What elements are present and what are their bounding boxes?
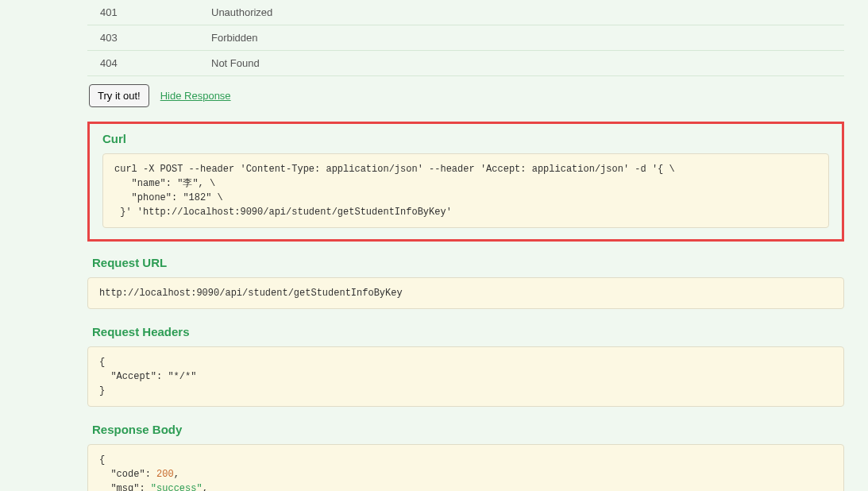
status-row: 401Unauthorized [87, 0, 844, 25]
response-body-block[interactable]: { "code": 200, "msg": "success", "data":… [87, 444, 844, 491]
status-row: 403Forbidden [87, 25, 844, 51]
status-text: Forbidden [199, 25, 844, 51]
status-code: 404 [87, 51, 199, 76]
hide-response-link[interactable]: Hide Response [160, 90, 231, 102]
status-code-table: 401Unauthorized403Forbidden404Not Found [87, 0, 844, 76]
request-url-block[interactable]: http://localhost:9090/api/student/getStu… [87, 277, 844, 309]
status-row: 404Not Found [87, 51, 844, 76]
status-code: 403 [87, 25, 199, 51]
status-text: Not Found [199, 51, 844, 76]
curl-title: Curl [102, 132, 829, 145]
request-headers-title: Request Headers [87, 325, 844, 338]
try-it-out-button[interactable]: Try it out! [89, 84, 149, 107]
request-url-title: Request URL [87, 256, 844, 269]
status-code: 401 [87, 0, 199, 25]
curl-section-highlighted: Curl curl -X POST --header 'Content-Type… [87, 122, 844, 242]
curl-code-block[interactable]: curl -X POST --header 'Content-Type: app… [102, 153, 829, 228]
request-headers-block[interactable]: { "Accept": "*/*" } [87, 346, 844, 407]
action-row: Try it out! Hide Response [87, 84, 844, 107]
response-body-title: Response Body [87, 423, 844, 436]
status-text: Unauthorized [199, 0, 844, 25]
